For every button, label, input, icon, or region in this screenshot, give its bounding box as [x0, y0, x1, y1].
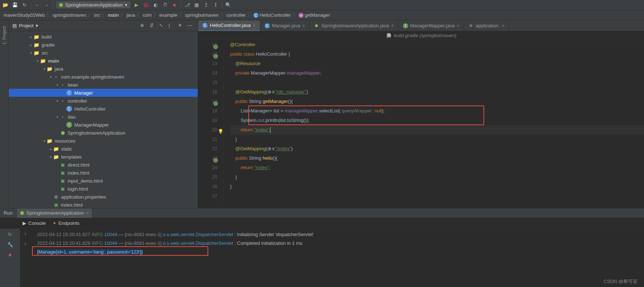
tree-item[interactable]: ▾📁main: [9, 57, 198, 65]
bc-item[interactable]: mavenStudy02Web: [4, 12, 45, 18]
breadcrumb: mavenStudy02Web〉 springbotmaven〉 src〉 ma…: [0, 10, 644, 20]
gutter: 11⬤12⬤1314151617⬤181920212223⬤24252627: [198, 40, 224, 208]
tree-item[interactable]: ▸📁build: [9, 33, 198, 41]
collapse-icon[interactable]: ⤡: [159, 23, 166, 29]
tree-item[interactable]: ▦direct.html: [9, 161, 198, 169]
tree-item[interactable]: ▾📁src: [9, 49, 198, 57]
main-toolbar: 📂 💾 ↻ ← → ⬢ SpringbotmavenApplication ▾ …: [0, 0, 644, 10]
tree-item[interactable]: ▦input_demo.html: [9, 177, 198, 185]
down-icon[interactable]: ↓: [24, 240, 30, 246]
spring-icon: ⬢: [20, 210, 24, 216]
editor-tab[interactable]: ⚙application.×: [464, 20, 509, 31]
hide-icon[interactable]: —: [187, 23, 194, 29]
structure-icon[interactable]: ▦: [193, 2, 200, 8]
rerun-icon[interactable]: ↻: [7, 231, 13, 238]
profile-icon[interactable]: ⏱: [162, 2, 168, 8]
watermark: CSDN @希可诺: [604, 278, 637, 285]
code-area[interactable]: 11⬤12⬤1314151617⬤181920212223⬤24252627 @…: [198, 40, 644, 208]
search-icon[interactable]: 🔍: [225, 2, 232, 8]
tree-item[interactable]: ▾📁templates: [9, 153, 198, 161]
left-tool-strip: 1: Project: [0, 20, 9, 208]
save-icon[interactable]: 💾: [12, 2, 18, 8]
endpoints-icon: ✦: [52, 220, 56, 226]
bc-item[interactable]: springbotmaven: [52, 12, 86, 18]
bc-item[interactable]: getManager: [305, 12, 330, 18]
upload-icon[interactable]: ↥: [203, 2, 209, 8]
play-icon: ▶: [23, 220, 26, 226]
editor-tab[interactable]: CManager.java×: [260, 20, 310, 31]
stop-icon[interactable]: ■: [7, 251, 13, 258]
close-icon[interactable]: ×: [86, 210, 89, 216]
bc-item[interactable]: src: [94, 12, 100, 18]
tree-item[interactable]: ▾📁resources: [9, 137, 198, 145]
back-icon[interactable]: ←: [34, 2, 40, 8]
vcs-icon[interactable]: ⎇: [184, 2, 190, 8]
tree-item[interactable]: CHelloController: [9, 105, 198, 113]
run-icon[interactable]: ▶: [133, 2, 140, 8]
debug-icon[interactable]: 🐞: [143, 2, 149, 8]
project-tool-tab[interactable]: 1: Project: [1, 24, 8, 47]
tree-item[interactable]: ▦index.html: [9, 169, 198, 177]
tree-item[interactable]: ▸📁static: [9, 145, 198, 153]
project-icon: ▤: [12, 23, 17, 28]
editor-tabs: CHelloController.java×CManager.java×⬢Spr…: [198, 20, 644, 31]
endpoints-tab[interactable]: ✦Endpoints: [52, 220, 80, 226]
project-panel-title[interactable]: ▤ Project ▾: [12, 23, 137, 28]
coverage-icon[interactable]: ◐: [152, 2, 159, 8]
editor-tab[interactable]: IManagerMapper.java×: [399, 20, 464, 31]
tree-item[interactable]: CManager: [9, 89, 198, 97]
console-tab[interactable]: ▶Console: [23, 220, 46, 226]
editor-area: CHelloController.java×CManager.java×⬢Spr…: [198, 20, 644, 208]
download-icon[interactable]: ↧: [212, 2, 219, 8]
project-tree[interactable]: ▸📁build▸📁gradle▾📁src▾📁main▾📁java▾▫com.ex…: [9, 31, 198, 208]
open-icon[interactable]: 📂: [2, 2, 9, 8]
forward-icon[interactable]: →: [43, 2, 50, 8]
bc-item[interactable]: com: [143, 12, 152, 18]
bc-item[interactable]: springbotmaven: [185, 12, 219, 18]
editor-tab[interactable]: ⬢SpringbotmavenApplication.java×: [310, 20, 399, 31]
editor-tab[interactable]: CHelloController.java×: [198, 20, 260, 31]
chevron-down-icon: ▾: [36, 23, 38, 28]
tree-item[interactable]: ▾▫dao: [9, 113, 198, 121]
run-config-dropdown[interactable]: ⬢ SpringbotmavenApplication ▾: [56, 1, 130, 8]
bc-item[interactable]: java: [126, 12, 135, 18]
tree-item[interactable]: IManagerMapper: [9, 121, 198, 129]
tree-item[interactable]: ▾▫com.example.springbotmaven: [9, 73, 198, 81]
tree-item[interactable]: ▦index.html: [9, 201, 198, 208]
close-icon[interactable]: ×: [253, 23, 256, 28]
wrench-icon[interactable]: 🔧: [7, 241, 13, 248]
close-icon[interactable]: ×: [457, 23, 459, 28]
tree-item[interactable]: ⬢SpringbotmavenApplication: [9, 129, 198, 137]
close-icon[interactable]: ×: [303, 23, 305, 28]
highlight-box: [32, 246, 208, 256]
chevron-down-icon: ▾: [125, 2, 127, 8]
bc-item[interactable]: HelloController: [260, 12, 291, 18]
class-icon: C: [253, 13, 258, 18]
close-icon[interactable]: ×: [391, 23, 394, 28]
expand-icon[interactable]: ⇵: [150, 23, 156, 29]
bc-item[interactable]: example: [159, 12, 177, 18]
editor-subtab[interactable]: 🐘 build.gradle (springbotmaven): [198, 31, 644, 40]
tree-item[interactable]: ⚙application.properties: [9, 193, 198, 201]
code[interactable]: @Controllerpublic class HelloController …: [224, 40, 644, 208]
run-panel: Run: ⬢ SpringbotmavenApplication × ▶Cons…: [0, 208, 644, 287]
select-opened-icon[interactable]: ⊕: [140, 23, 147, 29]
gear-icon[interactable]: ✶: [178, 23, 185, 29]
tree-item[interactable]: ▾▫controller: [9, 97, 198, 105]
spring-icon: ⬢: [59, 2, 63, 8]
close-icon[interactable]: ×: [502, 23, 505, 28]
tree-item[interactable]: ▾▫bean: [9, 81, 198, 89]
tree-item[interactable]: ▸📁gradle: [9, 41, 198, 49]
refresh-icon[interactable]: ↻: [21, 2, 28, 8]
bc-item[interactable]: controller: [226, 12, 245, 18]
console-output[interactable]: 2022-04-12 15:20:41.827 INFO 10044 --- […: [33, 229, 644, 287]
bc-item[interactable]: main: [108, 12, 119, 18]
console-toolbar: ↑ ↓: [20, 229, 33, 287]
method-icon: m: [299, 13, 304, 18]
up-icon[interactable]: ↑: [24, 231, 30, 237]
project-panel: ▤ Project ▾ ⊕ ⇵ ⤡ | ✶ — ▸📁build▸📁gradle▾…: [9, 20, 198, 208]
tree-item[interactable]: ▦login.html: [9, 185, 198, 193]
run-tab[interactable]: ⬢ SpringbotmavenApplication ×: [17, 208, 92, 218]
stop-icon[interactable]: ■: [171, 2, 178, 8]
tree-item[interactable]: ▾📁java: [9, 65, 198, 73]
